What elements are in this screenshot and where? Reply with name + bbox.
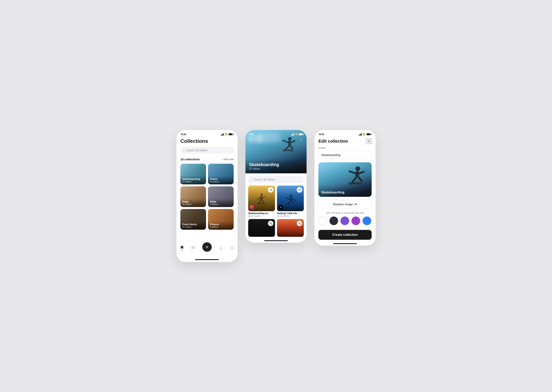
svg-line-20 [288,201,290,204]
video-thumb-4[interactable] [277,219,304,237]
nav-settings[interactable] [230,246,234,250]
svg-line-5 [290,146,293,148]
page-title-1: Collections [180,138,234,144]
colour-label: OR CHOOSE A COLOUR BELOW [318,212,372,214]
cover-image: Skateboarding [318,162,372,197]
video-thumb-2[interactable]: TT [277,186,304,211]
cover-image-label: Skateboarding [321,190,344,194]
collection-label-style: Style 2 videos [208,199,234,207]
swatch-white[interactable] [318,217,327,225]
svg-rect-1 [288,141,291,146]
collection-item-travel[interactable]: Travel 15 videos [208,164,234,184]
collection-label-fitness: Fitness 2 videos [208,221,234,230]
name-field-label: NAME [318,147,372,149]
screen2-collection: 9:41 📶 ⋮ Skateboarding [245,130,307,243]
nav-home[interactable] [180,245,184,251]
edit-collection-title: Edit collection [318,139,348,144]
close-button[interactable]: ✕ [366,139,372,144]
svg-line-18 [287,198,290,199]
svg-line-25 [359,172,364,173]
colour-swatches [318,217,372,226]
tiktok-badge-2: TT [279,205,283,210]
swatch-blue[interactable] [363,217,371,225]
video-item-3 [248,219,275,237]
video-item-4 [277,219,304,237]
svg-line-11 [258,198,260,199]
svg-line-13 [259,200,261,203]
video-thumb-3[interactable] [248,219,275,237]
bottom-nav [176,240,237,258]
status-icons-1: 📶 [221,133,233,135]
name-input[interactable] [318,151,372,159]
svg-line-4 [286,146,289,149]
svg-point-0 [288,137,292,141]
collection-label-dogs: Dogs 32 videos [180,199,206,207]
create-collection-button[interactable]: Create collection [318,230,372,240]
hero-overlay: Skateboarding 27 videos [245,159,307,173]
svg-line-26 [353,177,356,182]
status-bar-2: 9:41 📶 [245,130,307,137]
video-grid: 📷 Skateboarding at... daniel.skates [248,186,304,237]
svg-line-14 [262,200,264,202]
screen3-edit: 9:41 📶 Edit collection ✕ NAME [315,130,376,246]
status-icons-3: 📶 [359,133,371,135]
svg-point-8 [291,150,293,152]
svg-line-12 [262,196,265,198]
colour-section: OR CHOOSE A COLOUR BELOW [318,212,372,226]
time-2: 9:41 [249,133,254,136]
search-bar-2[interactable]: ⌕ Search all videos [248,176,304,183]
collection-item-skateboarding[interactable]: Skateboarding 27 videos [180,164,206,184]
share-button-1[interactable] [268,187,273,193]
home-indicator-2 [245,237,307,243]
video-item-1: 📷 Skateboarding at... daniel.skates [248,186,275,217]
collection-item-food-hacks[interactable]: Food Hacks 21 videos [180,209,206,230]
replace-image-button[interactable]: Replace image ⇄ [318,200,372,209]
svg-line-24 [350,171,355,173]
collection-item-style[interactable]: Style 2 videos [208,186,234,207]
status-icons-2: 📶 [291,133,303,135]
more-button[interactable]: ⋮ [299,138,304,143]
svg-point-16 [290,194,292,197]
search-placeholder-1: Search all videos [186,149,208,152]
instagram-badge-1: 📷 [250,205,254,210]
back-button[interactable] [248,138,252,142]
collections-count: 10 collections [180,158,200,161]
svg-rect-15 [257,203,265,204]
search-icon-2: ⌕ [251,178,252,181]
svg-point-7 [283,150,285,152]
signal-icon-2 [291,133,294,135]
video-item-2: TT Skating! #sk8 #sk... daniel.skates [277,186,304,217]
signal-icon-3 [359,133,362,135]
share-button-4[interactable] [297,221,302,226]
swatch-purple1[interactable] [340,217,349,225]
screen1-collections: 9:41 📶 Collections ⌕ Search all videos [176,130,237,262]
nav-profile[interactable] [219,246,223,250]
signal-icon-1 [221,133,224,135]
add-new-button[interactable]: + Add new [222,158,234,161]
collection-label-travel: Travel 15 videos [208,176,234,184]
svg-line-21 [292,201,294,203]
replace-button-label: Replace image [333,203,353,206]
swatch-dark[interactable] [330,217,338,225]
wifi-icon-2: 📶 [295,133,298,135]
nav-search[interactable] [191,246,195,250]
time-1: 9:41 [181,133,186,136]
collection-label-skateboarding: Skateboarding 27 videos [180,176,206,184]
svg-point-22 [355,166,360,171]
share-button-3[interactable] [268,221,273,226]
collection-item-dogs[interactable]: Dogs 32 videos [180,186,206,207]
search-bar-1[interactable]: ⌕ Search all videos [180,147,234,154]
hero-subtitle: 27 videos [249,167,303,170]
collection-item-fitness[interactable]: Fitness 2 videos [208,209,234,230]
video-thumb-1[interactable]: 📷 [248,186,275,211]
search-placeholder-2: Search all videos [254,178,275,181]
collections-grid: Skateboarding 27 videos Travel 15 videos… [180,164,234,230]
edit-header: Edit collection ✕ [315,137,376,147]
nav-add-button[interactable] [202,242,212,252]
time-3: 9:41 [319,133,324,136]
replace-icon: ⇄ [354,202,357,206]
status-bar-3: 9:41 📶 [315,130,376,137]
home-indicator-3 [315,240,376,246]
swatch-purple2[interactable] [351,217,360,225]
share-button-2[interactable] [297,187,302,193]
